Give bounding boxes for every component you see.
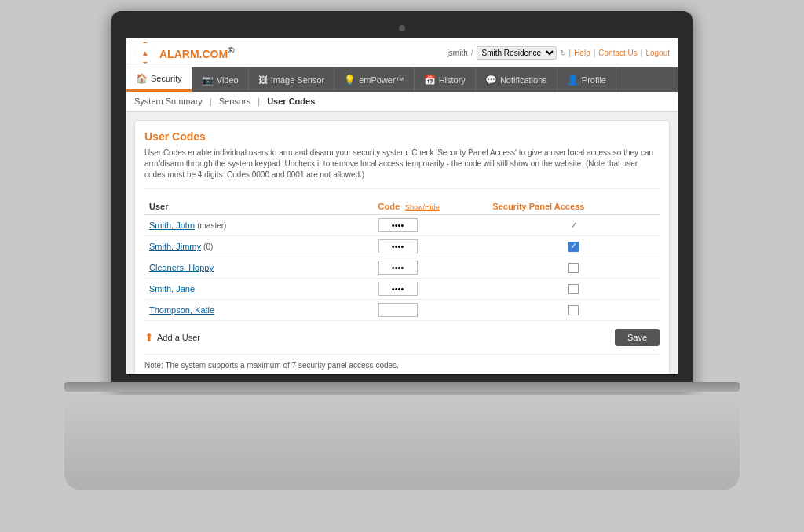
table-row: Smith, John (master) ✓ [144, 215, 660, 236]
top-bar-right: jsmith / Smith Residence ↻ | Help | Cont… [448, 46, 670, 60]
card-title: User Codes [144, 130, 660, 143]
tab-image-sensor[interactable]: 🖼 Image Sensor [249, 67, 334, 92]
code-cell [374, 215, 488, 236]
user-separator: / [471, 49, 473, 57]
logo-brand-text: ALARM.COM [159, 48, 228, 60]
access-cell [488, 257, 660, 279]
tab-image-sensor-label: Image Sensor [271, 75, 324, 85]
user-role: (0) [203, 242, 213, 251]
card-footer: ⬆ Add a User Save [144, 329, 660, 346]
card-description: User Codes enable individual users to ar… [144, 148, 660, 189]
user-link[interactable]: Smith, John [149, 220, 195, 230]
sub-nav: System Summary | Sensors | User Codes [126, 92, 678, 111]
add-user-button[interactable]: ⬆ Add a User [144, 331, 200, 344]
tab-video[interactable]: 📷 Video [192, 67, 249, 92]
tab-history-label: History [439, 75, 466, 85]
tab-security[interactable]: 🏠 Security [126, 67, 192, 92]
code-cell [374, 300, 488, 321]
user-name-cell: Smith, Jimmy (0) [144, 236, 374, 257]
user-link[interactable]: Thompson, Katie [149, 305, 214, 315]
subnav-system-summary[interactable]: System Summary [134, 97, 203, 106]
app-container: ▲ ALARM.COM® jsmith / Smith Residence [126, 38, 678, 374]
th-user: User [144, 199, 374, 215]
home-icon: 🏠 [136, 73, 148, 84]
laptop-bottom [64, 395, 740, 490]
contact-link[interactable]: Contact Us [598, 49, 637, 57]
header-top-bar: ▲ ALARM.COM® jsmith / Smith Residence [126, 38, 678, 67]
access-cell [488, 279, 660, 300]
code-input[interactable] [378, 218, 418, 232]
tab-history[interactable]: 📅 History [415, 67, 476, 92]
access-checkbox-empty[interactable] [568, 284, 579, 294]
laptop-screen-outer: ▲ ALARM.COM® jsmith / Smith Residence [111, 11, 693, 388]
history-icon: 📅 [424, 75, 436, 86]
help-link[interactable]: Help [574, 49, 590, 57]
tab-profile-label: Profile [582, 75, 606, 85]
add-user-label: Add a User [157, 333, 200, 342]
laptop-hinge [64, 382, 740, 392]
table-row: Smith, Jane [144, 279, 660, 300]
logo-hexagon: ▲ [134, 42, 156, 64]
th-code: Code Show/Hide [374, 199, 488, 215]
table-row: Cleaners, Happy [144, 257, 660, 279]
tab-notifications-label: Notifications [500, 75, 547, 85]
username-text: jsmith [448, 49, 468, 57]
empower-icon: 💡 [344, 75, 356, 86]
footer-note: Note: The system supports a maximum of 7… [144, 354, 660, 370]
access-checkbox-checked[interactable] [568, 242, 579, 252]
subnav-user-codes: User Codes [267, 97, 315, 106]
subnav-sensors[interactable]: Sensors [219, 97, 250, 106]
save-button[interactable]: Save [615, 329, 660, 346]
table-row: Thompson, Katie [144, 300, 660, 321]
tab-notifications[interactable]: 💬 Notifications [476, 67, 557, 92]
access-cell [488, 300, 660, 321]
th-access: Security Panel Access [488, 199, 660, 215]
show-hide-link[interactable]: Show/Hide [405, 203, 440, 211]
tab-empower-label: emPower™ [359, 75, 404, 85]
user-name-cell: Cleaners, Happy [144, 257, 374, 279]
user-link[interactable]: Smith, Jane [149, 284, 195, 293]
user-link[interactable]: Smith, Jimmy [149, 242, 201, 251]
screen-bezel: ▲ ALARM.COM® jsmith / Smith Residence [126, 38, 678, 375]
tab-empower[interactable]: 💡 emPower™ [334, 67, 414, 92]
tab-profile[interactable]: 👤 Profile [557, 67, 616, 92]
logout-link[interactable]: Logout [645, 49, 670, 57]
users-table: User Code Show/Hide Security Panel Acces… [144, 199, 660, 321]
webcam [399, 25, 405, 31]
access-cell [488, 236, 660, 257]
tab-security-label: Security [151, 74, 182, 83]
nav-tabs: 🏠 Security 📷 Video 🖼 Image Sensor � [126, 67, 678, 92]
access-checkbox-empty[interactable] [568, 305, 579, 315]
code-input[interactable] [378, 239, 418, 253]
table-row: Smith, Jimmy (0) [144, 236, 660, 257]
logo-area: ▲ ALARM.COM® [134, 42, 235, 64]
code-input[interactable] [378, 303, 418, 317]
user-link[interactable]: Cleaners, Happy [149, 263, 214, 272]
video-icon: 📷 [202, 75, 214, 86]
code-input[interactable] [378, 261, 418, 275]
user-name-cell: Smith, Jane [144, 279, 374, 300]
profile-icon: 👤 [567, 75, 579, 86]
user-role: (master) [197, 221, 226, 230]
code-input[interactable] [378, 282, 418, 296]
user-name-cell: Smith, John (master) [144, 215, 374, 236]
user-name-cell: Thompson, Katie [144, 300, 374, 321]
tab-video-label: Video [217, 75, 239, 85]
logo-text: ALARM.COM® [159, 45, 235, 60]
image-sensor-icon: 🖼 [258, 75, 268, 86]
main-content: User Codes User Codes enable individual … [126, 112, 678, 375]
laptop: ▲ ALARM.COM® jsmith / Smith Residence [64, 11, 740, 521]
location-select[interactable]: Smith Residence [477, 46, 557, 60]
code-cell [374, 257, 488, 279]
app-header: ▲ ALARM.COM® jsmith / Smith Residence [126, 38, 678, 112]
code-cell [374, 279, 488, 300]
refresh-icon: ↻ [560, 49, 566, 57]
code-cell [374, 236, 488, 257]
logo-trademark: ® [228, 45, 235, 55]
content-card: User Codes User Codes enable individual … [134, 120, 670, 375]
check-only-icon: ✓ [570, 220, 578, 231]
access-cell: ✓ [488, 215, 660, 236]
access-checkbox-empty[interactable] [568, 263, 579, 273]
notifications-icon: 💬 [485, 75, 497, 86]
add-icon: ⬆ [144, 331, 154, 344]
